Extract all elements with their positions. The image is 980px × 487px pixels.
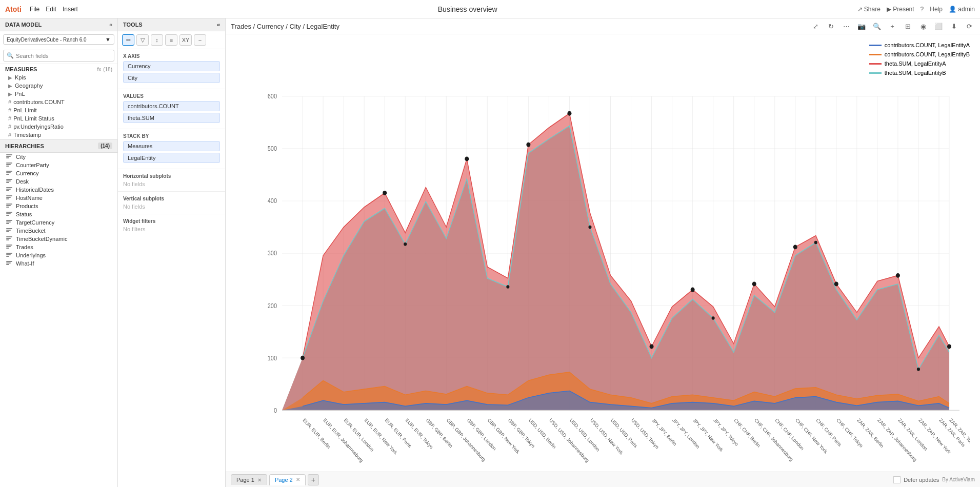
folder-icon: ▶ (8, 75, 12, 80)
user-admin[interactable]: 👤 admin (949, 6, 975, 13)
widget-filters-section: Widget filters No filters (118, 214, 225, 236)
hier-time-bucket-dynamic[interactable]: TimeBucketDynamic (0, 235, 117, 243)
share-button[interactable]: ↗ Share (857, 6, 881, 13)
menu-insert[interactable]: Insert (63, 6, 78, 13)
stack-measures[interactable]: Measures (123, 141, 220, 151)
tool-pencil-button[interactable]: ✏ (122, 34, 134, 46)
fullscreen-icon[interactable]: ⤢ (810, 21, 821, 32)
measures-kpis[interactable]: ▶ Kpis (0, 73, 117, 82)
hierarchy-icon (6, 228, 13, 233)
chart-legend: contributors.COUNT, LegalEntityA contrib… (869, 42, 970, 76)
box-select-icon[interactable]: ⬜ (933, 21, 944, 32)
measures-label: MEASURES (5, 66, 37, 72)
by-activeviam-label: By ActiveViam (942, 477, 975, 482)
tools-header: TOOLS « (118, 18, 225, 31)
hierarchy-icon (6, 236, 13, 241)
menu-edit[interactable]: Edit (46, 6, 56, 13)
measures-fx[interactable]: fx (97, 67, 101, 72)
tab-page2[interactable]: Page 2 ✕ (269, 474, 306, 485)
hierarchy-icon (6, 253, 13, 258)
tool-xy-button[interactable]: XY (179, 34, 192, 46)
hier-time-bucket[interactable]: TimeBucket (0, 227, 117, 235)
refresh-icon[interactable]: ↻ (825, 21, 836, 32)
more-options-icon[interactable]: ⋯ (841, 21, 852, 32)
measures-pnl[interactable]: ▶ PnL (0, 90, 117, 98)
chart-area: Trades / Currency / City / LegalEntity ⤢… (226, 18, 980, 487)
lasso-icon[interactable]: ◉ (917, 21, 929, 32)
hier-underlyings[interactable]: Underlyings (0, 251, 117, 259)
measures-pv-underlyings[interactable]: # pv.UnderlyingsRatio (0, 123, 117, 131)
reset-icon[interactable]: ⟳ (964, 21, 975, 32)
tools-toolbar: ✏ ▽ ↕ ≡ XY − (118, 31, 225, 49)
value-theta-sum[interactable]: theta.SUM (123, 113, 220, 123)
tab-page1-close[interactable]: ✕ (257, 477, 262, 483)
hier-hostname[interactable]: HostName (0, 194, 117, 202)
search-input[interactable] (16, 53, 111, 59)
hier-target-currency[interactable]: TargetCurrency (0, 218, 117, 227)
search-fields-container[interactable]: 🔍 (3, 50, 114, 62)
hier-trades[interactable]: Trades (0, 243, 117, 251)
svg-point-64 (404, 242, 407, 246)
tab-page1[interactable]: Page 1 ✕ (231, 474, 267, 485)
svg-point-63 (947, 344, 951, 349)
legend-label-a: contributors.COUNT, LegalEntityA (885, 42, 970, 48)
folder-icon: ▶ (8, 83, 12, 89)
chart-container[interactable]: contributors.COUNT, LegalEntityA contrib… (226, 34, 980, 472)
stack-section: Stack by Measures LegalEntity (118, 129, 225, 169)
camera-icon[interactable]: 📷 (856, 21, 867, 32)
measures-contributors-count[interactable]: # contributors.COUNT (0, 98, 117, 106)
svg-text:EUR, EUR, Johannesburg: EUR, EUR, Johannesburg (323, 417, 365, 463)
download-icon[interactable]: ⬇ (948, 21, 959, 32)
defer-updates-checkbox[interactable] (893, 476, 901, 483)
tool-sort-button[interactable]: ↕ (151, 34, 163, 46)
hierarchy-icon (6, 261, 13, 266)
collapse-data-model-button[interactable]: « (109, 22, 112, 28)
hierarchies-header: HIERARCHIES (14) (0, 139, 117, 153)
tool-filter-button[interactable]: ▽ (136, 34, 149, 46)
hier-products[interactable]: Products (0, 202, 117, 210)
tool-minus-button[interactable]: − (194, 34, 206, 46)
legend-line-b (869, 54, 882, 55)
hier-city[interactable]: City (0, 153, 117, 161)
model-selector-chevron: ▼ (105, 36, 111, 43)
hierarchy-icon (6, 212, 13, 217)
tab-page2-close[interactable]: ✕ (296, 477, 300, 482)
v-subplots-empty: No fields (123, 204, 220, 210)
stack-legal-entity[interactable]: LegalEntity (123, 153, 220, 163)
hash-icon: # (8, 107, 11, 113)
add-tab-button[interactable]: + (308, 474, 319, 485)
bottom-bar: Page 1 ✕ Page 2 ✕ + Defer updates By Act… (226, 472, 980, 487)
tool-table-button[interactable]: ≡ (165, 34, 177, 46)
help-question[interactable]: ? (921, 6, 924, 13)
measures-geography[interactable]: ▶ Geography (0, 82, 117, 90)
legend-item-b: contributors.COUNT, LegalEntityB (869, 51, 970, 57)
svg-point-59 (752, 282, 756, 287)
menu-file[interactable]: File (30, 6, 39, 13)
svg-point-66 (588, 226, 591, 229)
hier-status[interactable]: Status (0, 210, 117, 218)
value-contributors-count[interactable]: contributors.COUNT (123, 101, 220, 111)
legend-line-a (869, 45, 882, 46)
present-button[interactable]: ▶ Present (887, 6, 914, 13)
hier-historical-dates[interactable]: HistoricalDates (0, 186, 117, 194)
zoom-icon[interactable]: 🔍 (871, 21, 883, 32)
add-icon[interactable]: + (887, 21, 898, 32)
svg-point-68 (814, 241, 817, 245)
hier-counterparty[interactable]: CounterParty (0, 161, 117, 169)
legend-label-d: theta.SUM, LegalEntityB (885, 70, 946, 76)
collapse-tools-button[interactable]: « (217, 22, 220, 28)
x-axis-currency[interactable]: Currency (123, 61, 220, 71)
hier-what-if[interactable]: What-If (0, 259, 117, 268)
model-selector[interactable]: EquityDerivativesCube - Ranch 6.0 ▼ (3, 34, 114, 45)
tools-panel: TOOLS « ✏ ▽ ↕ ≡ XY − X axis Currency Cit… (118, 18, 226, 487)
measures-timestamp[interactable]: # Timestamp (0, 131, 117, 139)
x-axis-city[interactable]: City (123, 73, 220, 83)
measures-pnl-limit[interactable]: # PnL Limit (0, 106, 117, 114)
hier-desk[interactable]: Desk (0, 177, 117, 186)
help-button[interactable]: Help (930, 6, 943, 13)
hierarchy-icon (6, 163, 13, 168)
measures-pnl-limit-status[interactable]: # PnL Limit Status (0, 114, 117, 123)
grid-icon[interactable]: ⊞ (902, 21, 913, 32)
hierarchy-icon (6, 245, 13, 250)
hier-currency[interactable]: Currency (0, 169, 117, 177)
